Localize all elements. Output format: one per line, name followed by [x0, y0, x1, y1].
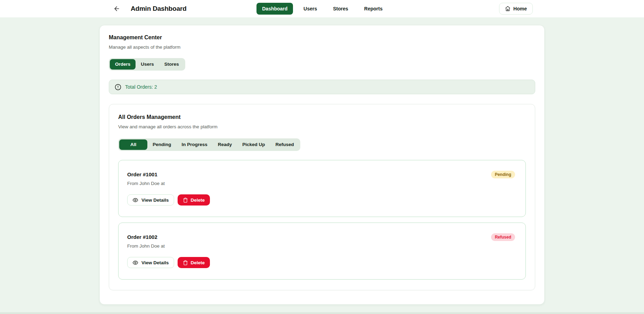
order-subtitle: From John Doe at [127, 243, 210, 249]
order-title: Order #1001 [127, 171, 210, 178]
eye-icon [132, 197, 138, 203]
order-actions: View Details Delete [127, 194, 210, 206]
bottom-edge [0, 312, 644, 314]
view-details-label: View Details [141, 198, 169, 203]
order-actions: View Details Delete [127, 257, 210, 268]
page-body: Management Center Manage all aspects of … [0, 17, 644, 314]
nav-item-dashboard[interactable]: Dashboard [256, 3, 293, 15]
trash-icon [183, 198, 188, 203]
filter-picked-up[interactable]: Picked Up [237, 139, 270, 150]
app-title: Admin Dashboard [131, 5, 187, 13]
management-center-card: Management Center Manage all aspects of … [99, 25, 545, 305]
view-details-button[interactable]: View Details [127, 257, 174, 268]
delete-button[interactable]: Delete [178, 194, 210, 206]
delete-button[interactable]: Delete [178, 257, 210, 268]
eye-icon [132, 260, 138, 266]
total-orders-alert: Total Orders: 2 [109, 80, 535, 94]
total-orders-text: Total Orders: 2 [125, 84, 157, 90]
orders-section-title: All Orders Management [118, 113, 526, 121]
filter-refused[interactable]: Refused [270, 139, 299, 150]
order-card-main: Order #1002 From John Doe at View Detail… [127, 233, 210, 268]
status-badge: Pending [491, 171, 515, 178]
filter-ready[interactable]: Ready [213, 139, 237, 150]
arrow-left-icon [113, 5, 120, 12]
home-icon [505, 6, 511, 11]
order-card: Order #1002 From John Doe at View Detail… [118, 223, 526, 280]
order-card-main: Order #1001 From John Doe at View Detail… [127, 171, 210, 206]
order-title: Order #1002 [127, 233, 210, 241]
alert-circle-icon [115, 84, 121, 90]
page-subtitle: Manage all aspects of the platform [109, 44, 535, 50]
home-button-label: Home [513, 6, 527, 11]
order-status-filters: All Pending In Progress Ready Picked Up … [118, 138, 300, 151]
nav-item-reports[interactable]: Reports [359, 3, 388, 15]
back-button[interactable] [112, 4, 122, 14]
filter-in-progress[interactable]: In Progress [177, 139, 213, 150]
nav-item-users[interactable]: Users [298, 3, 323, 15]
filter-pending[interactable]: Pending [147, 139, 176, 150]
top-nav: Dashboard Users Stores Reports [256, 3, 388, 15]
all-orders-section: All Orders Management View and manage al… [109, 104, 535, 290]
delete-label: Delete [191, 260, 205, 265]
management-tabs: Orders Users Stores [109, 58, 185, 71]
order-card: Order #1001 From John Doe at View Detail… [118, 160, 526, 217]
nav-item-stores[interactable]: Stores [327, 3, 354, 15]
filter-all[interactable]: All [119, 139, 147, 150]
status-badge: Refused [491, 233, 515, 241]
trash-icon [183, 260, 188, 265]
top-bar: Admin Dashboard Dashboard Users Stores R… [0, 0, 644, 17]
home-button[interactable]: Home [499, 3, 533, 15]
order-subtitle: From John Doe at [127, 180, 210, 187]
page-title: Management Center [109, 34, 535, 41]
tab-users[interactable]: Users [136, 59, 159, 70]
view-details-button[interactable]: View Details [127, 194, 174, 206]
orders-section-subtitle: View and manage all orders across the pl… [118, 124, 526, 130]
top-bar-left: Admin Dashboard [112, 4, 256, 14]
delete-label: Delete [191, 198, 205, 203]
tab-orders[interactable]: Orders [110, 59, 136, 70]
tab-stores[interactable]: Stores [159, 59, 184, 70]
top-bar-right: Home [388, 3, 636, 15]
view-details-label: View Details [141, 260, 169, 265]
